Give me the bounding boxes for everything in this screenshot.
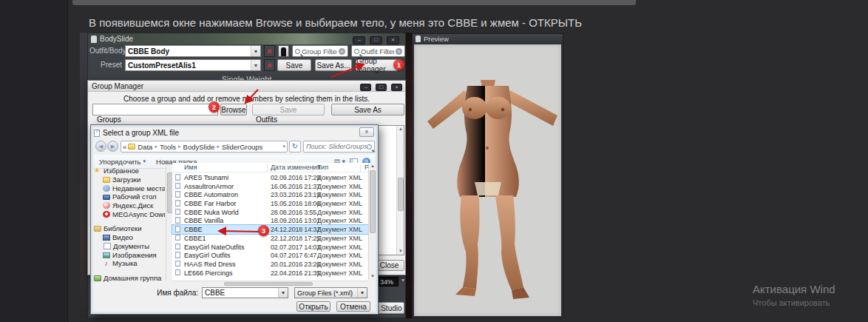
xml-doc-icon bbox=[175, 252, 180, 258]
file-row[interactable]: AssaultronArmor16.06.2016 21:37Документ … bbox=[172, 182, 368, 191]
nav-item-folder[interactable]: Загрузки bbox=[94, 175, 165, 184]
filetype-dropdown[interactable]: Group Files (*.xml) ▾ bbox=[294, 287, 367, 298]
breadcrumb-item[interactable]: Data bbox=[137, 143, 153, 151]
xml-doc-icon bbox=[175, 261, 180, 267]
outfits-scrollbar[interactable]: ▲ ▼ bbox=[396, 126, 404, 255]
xml-doc-icon bbox=[175, 183, 180, 189]
file-row[interactable]: CBBE24.12.2018 14:32Документ XML bbox=[172, 225, 368, 234]
breadcrumb-separator-icon: ▸ bbox=[178, 144, 181, 150]
maximize-icon[interactable]: □ bbox=[370, 36, 382, 44]
organize-menu[interactable]: Упорядочить ▾ bbox=[94, 158, 151, 166]
delete-outfit-button[interactable]: × bbox=[264, 45, 275, 57]
nav-item-desktop[interactable]: Рабочий стол bbox=[94, 192, 165, 201]
file-name: HAAS Red Dress bbox=[184, 261, 236, 268]
scrollbar-thumb[interactable] bbox=[398, 178, 404, 211]
file-row[interactable]: ARES Tsunami02.09.2016 17:29Документ XML bbox=[172, 173, 368, 182]
nav-item-star[interactable]: Избранное bbox=[94, 167, 165, 175]
gm-save-as-button[interactable]: Save As bbox=[331, 104, 404, 115]
nav-item-libraries[interactable]: Библиотеки bbox=[94, 224, 165, 233]
horizontal-scrollbar[interactable] bbox=[172, 281, 368, 286]
nav-item-pictures[interactable]: Изображения bbox=[94, 250, 165, 259]
breadcrumb-item[interactable]: Tools bbox=[159, 143, 177, 151]
chevron-down-icon: ▾ bbox=[143, 158, 146, 164]
star-icon bbox=[94, 167, 101, 174]
nav-item-documents[interactable]: Документы bbox=[94, 242, 165, 251]
group-manager-button[interactable]: Group Manager bbox=[356, 59, 398, 71]
bodyslide-logo-icon bbox=[91, 36, 97, 43]
file-date: 20.01.2016 23:26 bbox=[271, 261, 320, 268]
close-icon[interactable]: × bbox=[387, 36, 399, 44]
browse-button[interactable]: Browse bbox=[220, 104, 247, 115]
clear-filter-icon[interactable]: × bbox=[396, 48, 402, 55]
cancel-button[interactable]: Отмена bbox=[336, 301, 370, 312]
xml-doc-icon bbox=[175, 244, 180, 250]
dialog-titlebar[interactable]: Select a group XML file bbox=[94, 127, 375, 138]
nav-item-video[interactable]: Видео bbox=[94, 233, 165, 242]
preset-dropdown[interactable]: CustomPresetAlis1 ▾ bbox=[125, 59, 261, 71]
column-divider[interactable] bbox=[267, 164, 268, 172]
preview-body-button[interactable] bbox=[278, 45, 289, 57]
breadcrumb-item[interactable]: SliderGroups bbox=[221, 143, 263, 151]
page-top-scrollbar[interactable] bbox=[72, 0, 636, 5]
file-row[interactable]: CBBE Nuka World28.08.2016 3:55Документ X… bbox=[172, 208, 368, 217]
breadcrumb-item[interactable]: BodySlide bbox=[183, 143, 216, 151]
scroll-up-icon[interactable]: ▲ bbox=[397, 126, 404, 133]
save-as-button[interactable]: Save As... bbox=[315, 59, 352, 71]
maximize-icon[interactable]: □ bbox=[376, 84, 387, 91]
back-icon[interactable]: ◀ bbox=[95, 141, 106, 152]
group-file-input[interactable] bbox=[92, 104, 218, 115]
forward-icon[interactable]: ▶ bbox=[107, 141, 118, 152]
delete-preset-button[interactable]: × bbox=[264, 59, 275, 71]
dialog-search-input[interactable]: Поиск: SliderGroups bbox=[303, 141, 375, 152]
file-type: Документ XML bbox=[317, 252, 362, 259]
column-header-2[interactable]: Тип bbox=[317, 164, 328, 171]
scrollbar-thumb[interactable] bbox=[224, 282, 313, 286]
file-row[interactable]: EasyGirl Outfits04.07.2017 6:47Документ … bbox=[172, 251, 368, 260]
file-row[interactable]: LE666 Piercings22.04.2016 21:35Документ … bbox=[172, 269, 368, 278]
close-icon[interactable]: × bbox=[359, 127, 374, 137]
file-row[interactable]: CBBE Vanilla18.09.2016 13:01Документ XML bbox=[172, 216, 368, 225]
file-row[interactable]: CBBE Automatron23.03.2016 23:19Документ … bbox=[172, 190, 368, 199]
file-row[interactable]: CBBE Far Harbor15.05.2016 18:06Документ … bbox=[172, 199, 368, 208]
chevron-down-icon[interactable]: ▾ bbox=[282, 144, 285, 150]
nav-item-recent-places[interactable]: Недавние места bbox=[94, 184, 165, 192]
file-row[interactable]: HAAS Red Dress20.01.2016 23:26Документ X… bbox=[172, 260, 368, 269]
scroll-up-icon[interactable]: ▲ bbox=[369, 163, 376, 170]
nav-item-megasync[interactable]: MEGAsync Down bbox=[94, 209, 165, 218]
column-header-0[interactable]: Имя bbox=[184, 164, 197, 171]
filename-input[interactable]: CBBE ▾ bbox=[202, 287, 288, 298]
gm-save-button[interactable]: Save bbox=[252, 104, 325, 115]
minimize-icon[interactable]: – bbox=[353, 36, 365, 44]
outfit-dropdown[interactable]: CBBE Body ▾ bbox=[125, 45, 261, 57]
clear-filter-icon[interactable]: × bbox=[339, 48, 345, 55]
scroll-down-icon[interactable]: ▼ bbox=[397, 248, 404, 255]
gm-close-button[interactable]: Close bbox=[374, 260, 404, 271]
group-filter-input[interactable]: Group Filter × bbox=[292, 45, 348, 57]
file-list-scrollbar[interactable]: ▲ ▼ bbox=[368, 163, 376, 280]
documents-icon bbox=[104, 243, 111, 249]
save-button[interactable]: Save bbox=[277, 59, 311, 71]
column-header-1[interactable]: Дата изменения bbox=[271, 164, 321, 171]
breadcrumb[interactable]: « Data▸Tools▸BodySlide▸SliderGroups ▾ bbox=[121, 141, 288, 152]
preview-viewport[interactable] bbox=[414, 44, 561, 316]
outfit-filter-input[interactable]: Outfit Filter × bbox=[351, 45, 405, 57]
open-button[interactable]: Открыть bbox=[296, 301, 330, 312]
file-row[interactable]: CBBE122.12.2018 17:25Документ XML bbox=[172, 234, 368, 243]
chevron-down-icon[interactable]: ▾ bbox=[401, 277, 404, 284]
group-manager-titlebar[interactable]: Group Manager – □ × bbox=[88, 81, 405, 92]
pictures-icon bbox=[103, 252, 110, 258]
refresh-icon[interactable]: ↻ bbox=[289, 141, 301, 152]
column-divider[interactable] bbox=[360, 164, 361, 172]
nav-item-music[interactable]: Музыка bbox=[94, 259, 165, 268]
file-type: Документ XML bbox=[317, 235, 362, 242]
file-row[interactable]: EasyGirl NateOutfits02.07.2017 14:03Доку… bbox=[172, 243, 368, 252]
scroll-down-icon[interactable]: ▼ bbox=[369, 273, 376, 280]
preview-titlebar[interactable]: Preview bbox=[413, 34, 563, 44]
scrollbar-thumb[interactable] bbox=[370, 170, 376, 233]
nav-item-yandex-disk[interactable]: Яндекс.Диск bbox=[94, 201, 165, 210]
nav-item-label: Музыка bbox=[112, 259, 138, 267]
bodyslide-titlebar[interactable]: BodySlide – □ × bbox=[88, 33, 405, 44]
nav-item-homegroup[interactable]: Домашняя группа bbox=[94, 274, 165, 283]
minimize-icon[interactable]: – bbox=[360, 84, 371, 91]
close-icon[interactable]: × bbox=[391, 84, 402, 91]
